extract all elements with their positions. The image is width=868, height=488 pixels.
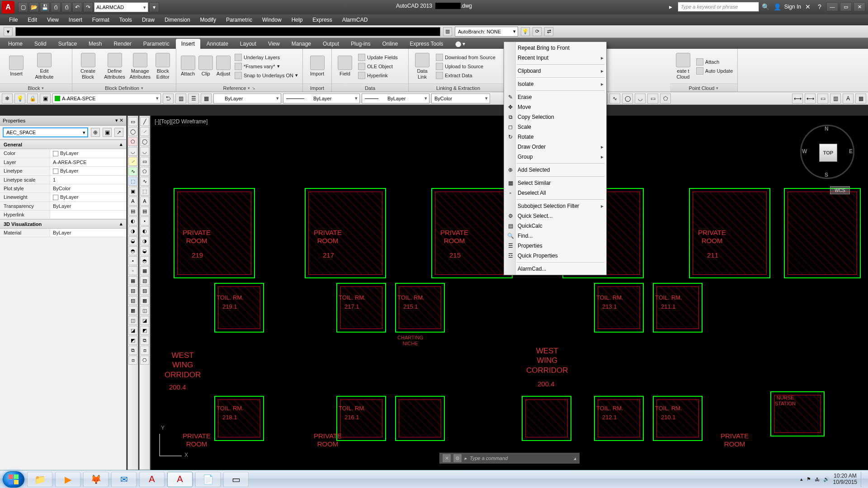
prop-layer[interactable]: LayerA-AREA-SPCE: [0, 158, 126, 167]
wcs-badge[interactable]: WCS: [830, 186, 850, 194]
clip-button[interactable]: Clip: [198, 52, 213, 81]
vtool-a-6[interactable]: ⬚: [128, 177, 137, 186]
snap-underlays-button[interactable]: Snap to Underlays ON ▾: [234, 71, 299, 80]
viewcube[interactable]: TOP N S W E: [800, 125, 854, 179]
ribbon-tab-annotate[interactable]: Annotate: [201, 39, 234, 49]
qat-redo-icon[interactable]: ↷: [83, 2, 93, 12]
vtool-b-13[interactable]: ◒: [140, 246, 149, 255]
vtool-b-5[interactable]: ⬠: [140, 167, 149, 176]
window-close-button[interactable]: ✕: [854, 2, 865, 11]
dim3-icon[interactable]: ▭: [817, 94, 828, 103]
rect-icon[interactable]: ▭: [647, 94, 658, 103]
vtool-a-3[interactable]: ◡: [128, 147, 137, 156]
qat-new-icon[interactable]: ▢: [18, 2, 28, 12]
ctx-quickcalc[interactable]: ▤QuickCalc: [504, 221, 606, 231]
data-link-button[interactable]: Data Link: [412, 52, 432, 81]
tray-flag-icon[interactable]: ⚑: [807, 476, 811, 482]
signin-user-icon[interactable]: 👤: [773, 2, 783, 12]
tool4-icon[interactable]: ▦: [201, 94, 212, 103]
ribbon-tab-home[interactable]: Home: [3, 39, 28, 49]
linetype-combo[interactable]: ByLayer: [283, 94, 360, 103]
ribbon-tab-output[interactable]: Output: [317, 39, 344, 49]
prop-hyperlink[interactable]: Hyperlink: [0, 211, 126, 219]
ribbon-tab-online[interactable]: Online: [377, 39, 403, 49]
layer-combo[interactable]: A-AREA-SPCE: [52, 94, 161, 103]
pickadd-icon[interactable]: ▣: [103, 128, 112, 137]
vtool-b-19[interactable]: ◫: [140, 306, 149, 315]
help-icon[interactable]: ?: [815, 2, 825, 12]
taskbar-window[interactable]: ▭: [223, 472, 249, 487]
start-button[interactable]: [3, 471, 24, 488]
bulb-icon[interactable]: 💡: [521, 27, 530, 36]
ctx-repeat-bring-to-front[interactable]: Repeat Bring to Front: [504, 43, 606, 53]
qat-open-icon[interactable]: 📂: [29, 2, 39, 12]
insert-block-button[interactable]: Insert: [4, 52, 29, 81]
refresh-icon[interactable]: ⟳: [533, 27, 542, 36]
vtool-b-16[interactable]: ▧: [140, 276, 149, 285]
ribbon-tab-plug-ins[interactable]: Plug-ins: [345, 39, 376, 49]
ctx-isolate[interactable]: Isolate: [504, 79, 606, 89]
vtool-a-20[interactable]: ◫: [128, 316, 137, 325]
viewcube-face[interactable]: TOP: [819, 144, 837, 162]
poly-icon[interactable]: ⬠: [660, 94, 671, 103]
attach-button[interactable]: Attach: [180, 52, 196, 81]
ctx-group[interactable]: Group: [504, 152, 606, 162]
ribbon-tab-mesh[interactable]: Mesh: [83, 39, 107, 49]
vc-east[interactable]: E: [849, 148, 853, 155]
frames-vary-button[interactable]: *Frames vary* ▾: [234, 62, 299, 70]
vtool-a-16[interactable]: ▦: [128, 276, 137, 285]
vtool-a-24[interactable]: ⧈: [128, 356, 137, 365]
object-type-combo[interactable]: AEC_SPACE: [3, 127, 88, 137]
create-pointcloud-button[interactable]: eate t Cloud: [674, 52, 693, 81]
vtool-a-7[interactable]: ▣: [128, 187, 137, 196]
arrow-icon[interactable]: ▸: [666, 2, 676, 12]
vtool-b-22[interactable]: ⧉: [140, 336, 149, 345]
pc-autoupdate-button[interactable]: Auto Update: [695, 67, 734, 75]
vtool-a-22[interactable]: ◩: [128, 336, 137, 345]
selectobj-icon[interactable]: ↗: [114, 128, 123, 137]
plotstyle-combo[interactable]: ByColor: [431, 94, 490, 103]
field-button[interactable]: Field: [335, 52, 354, 81]
window-minimize-button[interactable]: —: [826, 2, 838, 11]
import-button[interactable]: Import: [307, 52, 328, 81]
vtool-b-1[interactable]: ⟋: [140, 127, 149, 136]
vtool-a-18[interactable]: ▨: [128, 296, 137, 305]
adjust-button[interactable]: Adjust: [216, 52, 231, 81]
vtool-a-4[interactable]: ⟋: [128, 157, 137, 166]
taskbar-explorer[interactable]: 📁: [27, 472, 52, 487]
layermatch-icon[interactable]: ▣: [40, 94, 51, 103]
ctx-select-similar[interactable]: ▦Select Similar: [504, 178, 606, 188]
hyperlink-button[interactable]: Hyperlink: [357, 71, 399, 80]
tool-icon[interactable]: ▥: [443, 27, 452, 36]
chevron-down-icon[interactable]: ▾: [248, 86, 250, 90]
vtool-a-5[interactable]: ∿: [128, 167, 137, 176]
ribbon-tab-solid[interactable]: Solid: [29, 39, 52, 49]
dim2-icon[interactable]: ⟷: [805, 94, 816, 103]
underlay-layers-button[interactable]: Underlay Layers: [234, 53, 299, 61]
ctx-quick-select[interactable]: ⚙Quick Select...: [504, 211, 606, 221]
layerbulb-icon[interactable]: 💡: [14, 94, 25, 103]
menu-parametric[interactable]: Parametric: [222, 15, 257, 24]
help-search-input[interactable]: Type a keyword or phrase: [678, 2, 759, 12]
vtool-b-14[interactable]: ◓: [140, 256, 149, 265]
ctx-copy-selection[interactable]: ⧉Copy Selection: [504, 112, 606, 122]
prop-lineweight[interactable]: LineweightByLayer: [0, 193, 126, 202]
vtool-b-8[interactable]: A: [140, 197, 149, 206]
ctx-draw-order[interactable]: Draw Order: [504, 142, 606, 152]
ctx-find[interactable]: 🔍Find...: [504, 231, 606, 241]
ctx-recent-input[interactable]: Recent Input: [504, 53, 606, 63]
ctx-quick-properties[interactable]: ☲Quick Properties: [504, 251, 606, 261]
circle-icon[interactable]: ◯: [622, 94, 633, 103]
prop-linetype[interactable]: LinetypeByLayer: [0, 167, 126, 176]
layerlock-icon[interactable]: 🔒: [27, 94, 38, 103]
vtool-a-14[interactable]: •: [128, 256, 137, 265]
arc-icon[interactable]: ◡: [635, 94, 646, 103]
ribbon-tab-render[interactable]: Render: [108, 39, 137, 49]
vtool-b-15[interactable]: ▦: [140, 266, 149, 275]
qat-undo-icon[interactable]: ↶: [72, 2, 82, 12]
vtool-b-11[interactable]: ◐: [140, 226, 149, 235]
prop-section-3d-visualization[interactable]: 3D Visualization▴: [0, 219, 126, 229]
menu-view[interactable]: View: [42, 15, 63, 24]
tray-volume-icon[interactable]: 🔊: [823, 476, 830, 482]
color-combo[interactable]: ByLayer: [213, 94, 281, 103]
